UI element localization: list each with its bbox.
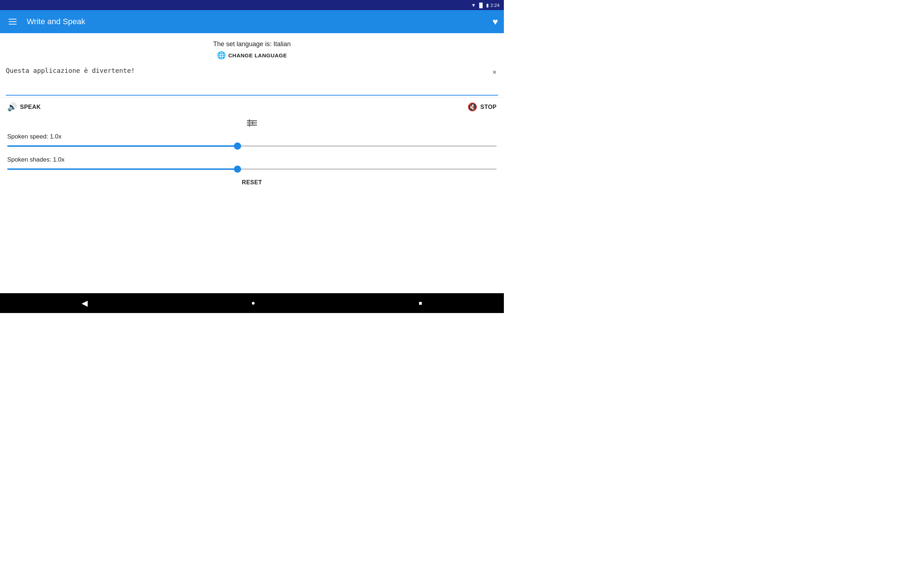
speed-slider-row: Spoken speed: 1.0x xyxy=(7,133,497,150)
speak-label: SPEAK xyxy=(20,104,41,110)
text-input[interactable]: Questa applicazione è divertente! xyxy=(6,67,498,95)
reset-button[interactable]: RESET xyxy=(242,179,262,186)
speaker-icon: 🔊 xyxy=(7,102,17,112)
main-content: The set language is: Italian 🌐 CHANGE LA… xyxy=(0,33,504,293)
mute-icon: 🔇 xyxy=(467,102,478,112)
nav-bar: ◀ ● ■ xyxy=(0,293,504,313)
favorites-button[interactable]: ♥ xyxy=(493,16,498,27)
shades-slider-row: Spoken shades: 1.0x xyxy=(7,156,497,173)
stop-label: STOP xyxy=(480,104,497,110)
hamburger-line-1 xyxy=(9,19,16,19)
home-icon: ● xyxy=(251,299,255,307)
recents-button[interactable]: ■ xyxy=(408,297,433,309)
speak-stop-row: 🔊 SPEAK 🔇 STOP xyxy=(0,97,504,117)
language-label: The set language is: Italian xyxy=(213,40,291,48)
equalizer-icon xyxy=(247,119,257,127)
wifi-icon: ▼ xyxy=(471,3,476,8)
text-input-container: Questa applicazione è divertente! × xyxy=(0,63,504,97)
back-button[interactable]: ◀ xyxy=(71,296,99,311)
hamburger-line-2 xyxy=(9,21,16,22)
battery-icon: ▮ xyxy=(486,3,489,8)
home-button[interactable]: ● xyxy=(241,297,266,310)
speak-button[interactable]: 🔊 SPEAK xyxy=(7,102,41,112)
clear-icon: × xyxy=(492,68,497,76)
status-icons: ▼ ▐▌ ▮ 2:24 xyxy=(471,3,499,8)
heart-icon: ♥ xyxy=(493,16,498,27)
spacer xyxy=(0,192,504,293)
back-icon: ◀ xyxy=(82,298,88,308)
change-language-label: CHANGE LANGUAGE xyxy=(228,52,287,58)
equalizer-button[interactable] xyxy=(247,119,257,128)
equalizer-row xyxy=(0,117,504,133)
change-language-button[interactable]: 🌐 CHANGE LANGUAGE xyxy=(217,51,287,60)
status-bar: ▼ ▐▌ ▮ 2:24 xyxy=(0,0,504,10)
language-section: The set language is: Italian 🌐 CHANGE LA… xyxy=(0,33,504,63)
app-title: Write and Speak xyxy=(27,17,493,26)
sliders-section: Spoken speed: 1.0x Spoken shades: 1.0x xyxy=(0,133,504,173)
recents-icon: ■ xyxy=(419,300,422,306)
stop-button[interactable]: 🔇 STOP xyxy=(467,102,497,112)
app-bar: Write and Speak ♥ xyxy=(0,10,504,33)
clear-text-button[interactable]: × xyxy=(492,68,497,76)
speed-label: Spoken speed: 1.0x xyxy=(7,133,497,140)
shades-slider[interactable] xyxy=(7,168,497,170)
hamburger-menu-button[interactable] xyxy=(6,16,19,27)
speed-slider-container xyxy=(7,142,497,150)
reset-row: RESET xyxy=(0,173,504,192)
globe-icon: 🌐 xyxy=(217,51,226,60)
signal-icon: ▐▌ xyxy=(478,3,484,8)
time-display: 2:24 xyxy=(491,3,499,8)
hamburger-line-3 xyxy=(9,24,16,24)
speed-slider[interactable] xyxy=(7,145,497,147)
shades-label: Spoken shades: 1.0x xyxy=(7,156,497,163)
shades-slider-container xyxy=(7,166,497,173)
